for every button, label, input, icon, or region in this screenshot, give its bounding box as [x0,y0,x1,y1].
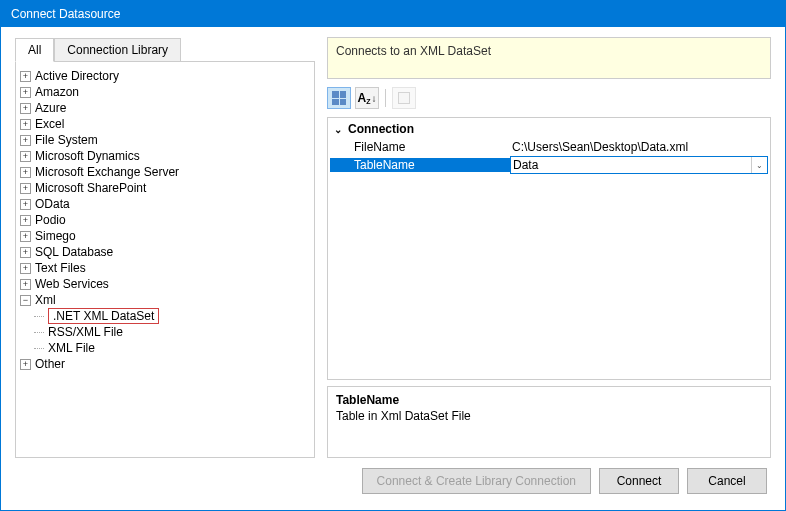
tab-strip: All Connection Library [15,38,315,62]
tree-item[interactable]: +Text Files [20,260,310,276]
property-name: TableName [330,158,510,172]
tree-child-label: XML File [48,341,95,355]
file-icon [398,92,410,104]
tree-item[interactable]: +Simego [20,228,310,244]
tree-item-label: Active Directory [35,69,119,83]
chevron-down-icon[interactable]: ⌄ [334,124,342,135]
info-box: Connects to an XML DataSet [327,37,771,79]
plus-icon[interactable]: + [20,359,31,370]
tree-item[interactable]: +Podio [20,212,310,228]
plus-icon[interactable]: + [20,151,31,162]
plus-icon[interactable]: + [20,71,31,82]
titlebar: Connect Datasource [1,1,785,27]
plus-icon[interactable]: + [20,215,31,226]
main-split: All Connection Library +Active Directory… [15,37,771,458]
tree-item-label: Podio [35,213,66,227]
button-bar: Connect & Create Library Connection Conn… [15,458,771,500]
tree-child-item[interactable]: RSS/XML File [48,324,310,340]
tree-child-label: RSS/XML File [48,325,123,339]
tree-item-label: File System [35,133,98,147]
property-name: FileName [330,140,510,154]
category-label: Connection [348,122,414,136]
tree-item[interactable]: +Microsoft SharePoint [20,180,310,196]
plus-icon[interactable]: + [20,247,31,258]
tree-item-label: OData [35,197,70,211]
connect-button[interactable]: Connect [599,468,679,494]
minus-icon[interactable]: − [20,295,31,306]
propgrid-toolbar: AZ↓ [327,85,771,111]
tree-item-label: Microsoft Dynamics [35,149,140,163]
tree-item-label: SQL Database [35,245,113,259]
plus-icon[interactable]: + [20,279,31,290]
categorized-button[interactable] [327,87,351,109]
tree-item-label: Other [35,357,65,371]
connect-create-library-button[interactable]: Connect & Create Library Connection [362,468,591,494]
info-text: Connects to an XML DataSet [336,44,491,58]
plus-icon[interactable]: + [20,103,31,114]
tree-item[interactable]: +Microsoft Exchange Server [20,164,310,180]
property-category-header[interactable]: ⌄ Connection [330,120,768,138]
plus-icon[interactable]: + [20,183,31,194]
property-value[interactable]: C:\Users\Sean\Desktop\Data.xml [510,140,768,154]
tree-item-label: Excel [35,117,64,131]
plus-icon[interactable]: + [20,263,31,274]
tree-child-item[interactable]: .NET XML DataSet [48,308,310,324]
sort-az-icon: AZ↓ [358,91,377,105]
toolbar-separator [385,89,386,107]
plus-icon[interactable]: + [20,167,31,178]
tree-item[interactable]: +Web Services [20,276,310,292]
tree-item[interactable]: +Microsoft Dynamics [20,148,310,164]
tree-item[interactable]: +Active Directory [20,68,310,84]
property-row[interactable]: FileNameC:\Users\Sean\Desktop\Data.xml [330,138,768,156]
content-area: All Connection Library +Active Directory… [1,27,785,510]
tree-item-label: Text Files [35,261,86,275]
dropdown-icon[interactable]: ⌄ [751,157,767,173]
tree-item[interactable]: +Other [20,356,310,372]
tree-item[interactable]: −Xml [20,292,310,308]
tree-child-item[interactable]: XML File [48,340,310,356]
tree-item-label: Amazon [35,85,79,99]
tree-item-label: Microsoft SharePoint [35,181,146,195]
property-grid-body: ⌄ Connection FileNameC:\Users\Sean\Deskt… [328,118,770,379]
property-grid: ⌄ Connection FileNameC:\Users\Sean\Deskt… [327,117,771,380]
window-title: Connect Datasource [11,7,120,21]
cancel-button[interactable]: Cancel [687,468,767,494]
tree-container: +Active Directory+Amazon+Azure+Excel+Fil… [15,61,315,458]
tree-item[interactable]: +Amazon [20,84,310,100]
tab-connection-library[interactable]: Connection Library [54,38,181,62]
datasource-tree: +Active Directory+Amazon+Azure+Excel+Fil… [20,68,310,372]
property-pages-button [392,87,416,109]
tree-item[interactable]: +Excel [20,116,310,132]
tree-item-label: Microsoft Exchange Server [35,165,179,179]
right-panel: Connects to an XML DataSet AZ↓ [327,37,771,458]
plus-icon[interactable]: + [20,231,31,242]
plus-icon[interactable]: + [20,119,31,130]
left-panel: All Connection Library +Active Directory… [15,37,315,458]
tree-item-label: Simego [35,229,76,243]
tree-item[interactable]: +SQL Database [20,244,310,260]
property-description-box: TableName Table in Xml DataSet File [327,386,771,458]
property-row[interactable]: TableNameData⌄ [330,156,768,174]
tree-item[interactable]: +OData [20,196,310,212]
dialog-window: Connect Datasource All Connection Librar… [0,0,786,511]
tree-item-label: Xml [35,293,56,307]
plus-icon[interactable]: + [20,135,31,146]
property-value[interactable]: Data⌄ [510,156,768,174]
tree-children: .NET XML DataSetRSS/XML FileXML File [20,308,310,356]
plus-icon[interactable]: + [20,87,31,98]
tree-item[interactable]: +Azure [20,100,310,116]
description-text: Table in Xml DataSet File [336,409,762,423]
tree-item-label: Azure [35,101,66,115]
alphabetical-button[interactable]: AZ↓ [355,87,379,109]
tab-all[interactable]: All [15,38,54,62]
tree-item-label: Web Services [35,277,109,291]
plus-icon[interactable]: + [20,199,31,210]
description-title: TableName [336,393,762,407]
tree-child-label: .NET XML DataSet [48,308,159,324]
tree-item[interactable]: +File System [20,132,310,148]
grid-icon [332,91,346,105]
